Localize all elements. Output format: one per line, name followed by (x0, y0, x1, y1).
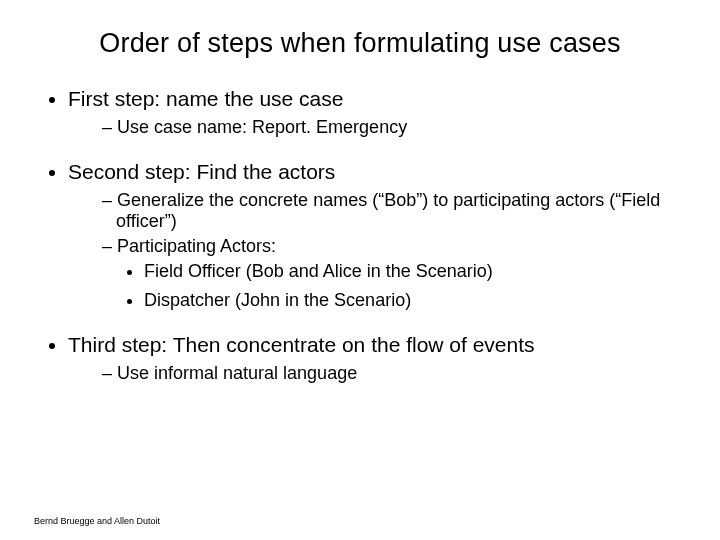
step-1: First step: name the use case Use case n… (68, 87, 686, 138)
step-1-sub-1-text: Use case name: Report. Emergency (117, 117, 407, 137)
bullet-list: First step: name the use case Use case n… (34, 87, 686, 384)
step-3-heading: Third step: Then concentrate on the flow… (68, 333, 535, 356)
step-1-sublist: Use case name: Report. Emergency (68, 117, 686, 138)
slide: Order of steps when formulating use case… (0, 0, 720, 540)
step-2-sub-2-text: Participating Actors: (117, 236, 276, 256)
actor-1: Field Officer (Bob and Alice in the Scen… (144, 261, 686, 282)
actor-2: Dispatcher (John in the Scenario) (144, 290, 686, 311)
step-2-actors-list: Field Officer (Bob and Alice in the Scen… (116, 261, 686, 311)
step-2-sublist: Generalize the concrete names (“Bob”) to… (68, 190, 686, 311)
slide-footer: Bernd Bruegge and Allen Dutoit (34, 516, 160, 526)
step-2-sub-1: Generalize the concrete names (“Bob”) to… (102, 190, 686, 232)
step-2-sub-2: Participating Actors: Field Officer (Bob… (102, 236, 686, 311)
slide-title: Order of steps when formulating use case… (34, 28, 686, 59)
step-2: Second step: Find the actors Generalize … (68, 160, 686, 311)
step-3-sublist: Use informal natural language (68, 363, 686, 384)
step-3-sub-1-text: Use informal natural language (117, 363, 357, 383)
step-3-sub-1: Use informal natural language (102, 363, 686, 384)
step-1-sub-1: Use case name: Report. Emergency (102, 117, 686, 138)
step-3: Third step: Then concentrate on the flow… (68, 333, 686, 384)
step-1-heading: First step: name the use case (68, 87, 343, 110)
step-2-sub-1-text: Generalize the concrete names (“Bob”) to… (116, 190, 660, 231)
step-2-heading: Second step: Find the actors (68, 160, 335, 183)
